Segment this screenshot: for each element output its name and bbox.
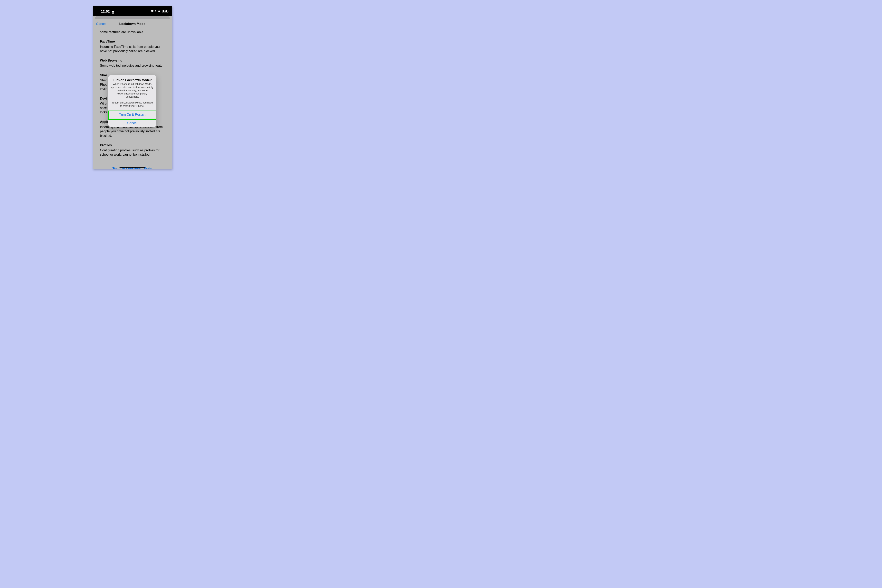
cellular-signal-icon — [151, 10, 154, 12]
battery-level: 78 — [164, 10, 166, 12]
sim-card-icon — [112, 11, 114, 14]
alert-title: Turn on Lockdown Mode? — [111, 78, 154, 82]
clock-text: 12:52 — [101, 10, 110, 14]
section-body-web: Some web technologies and browsing featu — [100, 63, 165, 68]
status-bar: 12:52 ! 78 — [93, 6, 172, 16]
confirmation-alert: Turn on Lockdown Mode? When iPhone is in… — [108, 75, 156, 127]
alert-message-1: When iPhone is in Lockdown Mode, apps, w… — [111, 82, 154, 98]
alert-cancel-button[interactable]: Cancel — [108, 118, 156, 127]
section-title-web: Web Browsing — [100, 58, 165, 63]
battery-icon: 78 — [162, 10, 168, 13]
section-title-profiles: Profiles — [100, 143, 165, 147]
wifi-icon — [158, 10, 161, 12]
alert-body: Turn on Lockdown Mode? When iPhone is in… — [108, 75, 156, 110]
section-title-facetime: FaceTime — [100, 39, 165, 44]
lockdown-mode-sheet: Cancel Lockdown Mode some features are u… — [93, 19, 172, 170]
signal-alert-icon: ! — [155, 10, 156, 12]
section-body-profiles: Configuration profiles, such as profiles… — [100, 148, 165, 157]
status-time: 12:52 — [101, 10, 114, 14]
sheet-navbar: Cancel Lockdown Mode — [93, 19, 172, 29]
partial-text: some features are unavailable. — [100, 30, 165, 34]
alert-message-2: To turn on Lockdown Mode, you need to re… — [111, 101, 154, 108]
section-body-facetime: Incoming FaceTime calls from people you … — [100, 45, 165, 53]
turn-on-restart-button[interactable]: Turn On & Restart — [108, 110, 156, 118]
home-indicator[interactable] — [119, 166, 145, 168]
canvas: 12:52 ! 78 C — [0, 0, 265, 176]
page-title: Lockdown Mode — [93, 22, 172, 26]
status-right-cluster: ! 78 — [151, 10, 168, 13]
phone-frame: 12:52 ! 78 C — [93, 6, 172, 170]
